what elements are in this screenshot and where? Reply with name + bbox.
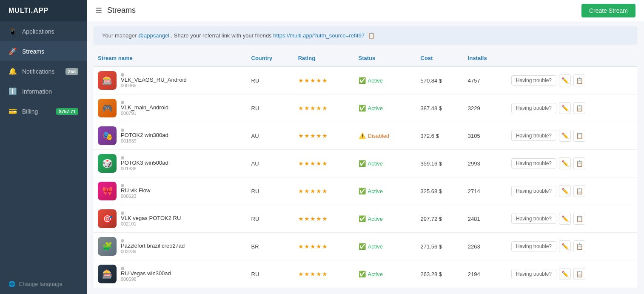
installs-cell: 2194 (464, 260, 507, 288)
actions-cell: Having trouble? ✏️ 📋 (507, 150, 637, 177)
installs-cell: 3105 (464, 122, 507, 150)
status-label: Active (368, 105, 383, 111)
status-dot (121, 101, 124, 104)
installs-cell: 4757 (464, 67, 507, 94)
stream-thumbnail: 🎰 (98, 265, 117, 283)
copy-button[interactable]: 📋 (573, 268, 585, 280)
cost-cell: 372.6 $ (416, 122, 464, 150)
edit-button[interactable]: ✏️ (559, 157, 571, 169)
edit-button[interactable]: ✏️ (559, 185, 571, 197)
rating-cell: ★★★★★ (294, 150, 354, 177)
actions-cell: Having trouble? ✏️ 📋 (507, 94, 637, 122)
active-icon: ✅ (359, 243, 366, 250)
edit-button[interactable]: ✏️ (559, 130, 571, 142)
stream-name-cell: 🎰 RU Vegas win300ad 000598 (94, 260, 247, 288)
referral-link[interactable]: https://multi.app/?utm_source=ref497 (273, 32, 365, 39)
topbar-left: ☰ Streams (95, 6, 136, 15)
col-status: Status (354, 50, 416, 67)
status-label: Active (368, 77, 383, 84)
sidebar-item-notifications[interactable]: 🔔 Notifications 258 (0, 61, 87, 81)
edit-button[interactable]: ✏️ (559, 213, 571, 225)
app-logo: MULTI.APP (0, 0, 87, 21)
table-row: 🎮 VLK_main_Android 000791 RU ★★★★★ ✅Acti… (94, 94, 637, 122)
status-dot (121, 267, 124, 270)
copy-button[interactable]: 📋 (573, 74, 585, 86)
rating-cell: ★★★★★ (294, 122, 354, 150)
having-trouble-button[interactable]: Having trouble? (511, 186, 556, 196)
table-row: 🧩 Pazzlefort brazil creo27ad 003239 BR ★… (94, 233, 637, 260)
topbar: ☰ Streams Create Stream (87, 0, 644, 21)
stream-name-cell: 🎭 POTOK2 win300ad 001839 (94, 122, 247, 150)
copy-icon[interactable]: 📋 (368, 32, 375, 39)
stream-name-block: VLK_VEAGS_RU_Android 000368 (121, 73, 187, 88)
status-dot (121, 211, 124, 215)
stream-name: VLK_VEAGS_RU_Android (121, 77, 187, 83)
copy-button[interactable]: 📋 (573, 240, 585, 252)
change-language-button[interactable]: 🌐 Change language (0, 274, 87, 294)
stream-name-cell: 🎯 VLK vegas POTOK2 RU 002101 (94, 205, 247, 233)
country-cell: AU (247, 122, 294, 150)
col-installs: Installs (464, 50, 507, 67)
stream-name: VLK_main_Android (121, 104, 168, 111)
sidebar-item-information[interactable]: ℹ️ Information (0, 81, 87, 101)
active-icon: ✅ (359, 215, 366, 222)
stream-name: Pazzlefort brazil creo27ad (121, 243, 185, 249)
having-trouble-button[interactable]: Having trouble? (511, 75, 556, 86)
status-cell: ✅Active (354, 233, 416, 260)
stream-thumbnail: 🎭 (98, 126, 117, 145)
table-header: Stream name Country Rating Status Cost I… (94, 50, 637, 67)
rating-stars: ★★★★★ (298, 160, 328, 167)
manager-link[interactable]: @appsangel (138, 32, 169, 39)
country-cell: BR (247, 233, 294, 260)
having-trouble-button[interactable]: Having trouble? (511, 103, 556, 113)
status-dot (121, 184, 124, 187)
installs-cell: 3229 (464, 94, 507, 122)
having-trouble-button[interactable]: Having trouble? (511, 158, 556, 168)
copy-button[interactable]: 📋 (573, 130, 585, 142)
rating-stars: ★★★★★ (298, 132, 328, 139)
sidebar-item-label: Streams (22, 48, 78, 55)
card-icon: 💳 (9, 107, 17, 115)
stream-id: 003239 (121, 249, 185, 254)
edit-button[interactable]: ✏️ (559, 240, 571, 252)
bell-icon: 🔔 (9, 67, 17, 75)
stream-name-block: POTOK3 win500ad 001836 (121, 156, 168, 171)
stream-name-cell: 🎮 VLK_main_Android 000791 (94, 94, 247, 122)
page-title: Streams (107, 6, 136, 15)
edit-button[interactable]: ✏️ (559, 268, 571, 280)
copy-button[interactable]: 📋 (573, 213, 585, 225)
table-row: 🎀 RU vlk Flow 000623 RU ★★★★★ ✅Active 32… (94, 177, 637, 205)
stream-name-block: RU Vegas win300ad 000598 (121, 267, 171, 282)
sidebar-item-billing[interactable]: 💳 Billing $757.71 (0, 101, 87, 121)
table-row: 🎰 VLK_VEAGS_RU_Android 000368 RU ★★★★★ ✅… (94, 67, 637, 94)
having-trouble-button[interactable]: Having trouble? (511, 241, 556, 251)
banner-prefix: Your manager (102, 32, 138, 39)
hamburger-icon[interactable]: ☰ (95, 6, 102, 15)
copy-button[interactable]: 📋 (573, 102, 585, 114)
sidebar-item-streams[interactable]: 🚀 Streams (0, 41, 87, 61)
installs-cell: 2481 (464, 205, 507, 233)
col-cost: Cost (416, 50, 464, 67)
rating-cell: ★★★★★ (294, 177, 354, 205)
create-stream-button[interactable]: Create Stream (581, 4, 635, 17)
having-trouble-button[interactable]: Having trouble? (511, 269, 556, 279)
status-cell: ✅Active (354, 94, 416, 122)
status-cell: ⚠️Disabled (354, 122, 416, 150)
stream-name: RU Vegas win300ad (121, 270, 171, 277)
copy-button[interactable]: 📋 (573, 185, 585, 197)
sidebar-item-applications[interactable]: 📱 Applications (0, 21, 87, 41)
having-trouble-button[interactable]: Having trouble? (511, 131, 556, 141)
edit-button[interactable]: ✏️ (559, 102, 571, 114)
actions-cell: Having trouble? ✏️ 📋 (507, 177, 637, 205)
stream-name: RU vlk Flow (121, 187, 150, 194)
rocket-icon: 🚀 (9, 47, 17, 55)
copy-button[interactable]: 📋 (573, 157, 585, 169)
having-trouble-button[interactable]: Having trouble? (511, 214, 556, 224)
status-dot (121, 128, 124, 132)
country-cell: RU (247, 260, 294, 288)
edit-button[interactable]: ✏️ (559, 74, 571, 86)
rating-cell: ★★★★★ (294, 205, 354, 233)
stream-thumbnail: 🎮 (98, 99, 117, 117)
actions-cell: Having trouble? ✏️ 📋 (507, 205, 637, 233)
sidebar-item-label: Billing (22, 108, 51, 115)
